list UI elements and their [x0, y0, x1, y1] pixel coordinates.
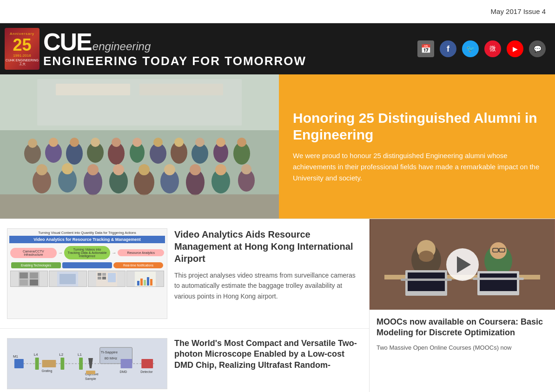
svg-point-12 [91, 138, 100, 147]
va-mid-enable: Enabling Technologies [11, 262, 61, 268]
va-bottom-grid [7, 269, 167, 288]
svg-point-36 [139, 164, 150, 175]
svg-rect-73 [79, 358, 83, 370]
svg-rect-75 [42, 360, 56, 367]
va-grid-img-2 [57, 272, 78, 286]
svg-rect-63 [147, 277, 149, 286]
svg-point-40 [190, 164, 201, 175]
svg-rect-58 [108, 273, 116, 282]
svg-rect-104 [473, 278, 524, 280]
svg-point-32 [87, 164, 99, 175]
svg-point-18 [153, 138, 163, 147]
anniversary-badge: Anniversary 25 1991-2016 CUHK ENGINEERIN… [5, 28, 40, 70]
svg-rect-71 [60, 358, 64, 370]
svg-rect-3 [56, 84, 130, 95]
anniversary-dates: 1991-2016 [13, 53, 31, 58]
facebook-icon[interactable]: f [440, 40, 456, 57]
svg-point-24 [216, 138, 225, 147]
svg-text:L4: L4 [34, 352, 38, 357]
article-text-2: The World's Most Compact and Versatile T… [174, 338, 362, 389]
va-grid-4 [126, 271, 164, 287]
article-title-2: The World's Most Compact and Versatile T… [174, 338, 362, 371]
cue-tagline: ENGINEERING TODAY FOR TOMORROW [43, 54, 306, 68]
article-card-1: Turning Visual Content into Quantity Dat… [0, 219, 369, 329]
va-mid-blank [62, 262, 112, 268]
article-card-2: M1 L4 L2 L1 Grating Ti-Sappire 80 MHz [0, 329, 369, 392]
wechat-icon[interactable]: 💬 [529, 40, 546, 57]
va-grid-1 [10, 271, 48, 287]
svg-text:L2: L2 [59, 352, 63, 357]
anniversary-years: 25 [13, 37, 31, 53]
svg-point-28 [36, 164, 47, 175]
svg-text:DMD: DMD [120, 370, 127, 373]
article-title-1: Video Analytics Aids Resource Management… [174, 228, 362, 265]
article-desc-1: This project analyses video streams from… [174, 270, 362, 301]
hero-text: Honoring 25 Distinguished Alumni in Engi… [279, 74, 555, 219]
svg-rect-67 [14, 359, 24, 368]
va-box-middle: Turning Videos into Tracking Data & Acti… [64, 246, 111, 259]
calendar-icon[interactable]: 📅 [417, 40, 434, 57]
svg-point-20 [174, 138, 184, 147]
hero-photo-svg [0, 74, 279, 219]
va-grid-img-3 [96, 272, 117, 286]
mooc-text: MOOCs now available on Coursera: Basic M… [370, 310, 555, 359]
svg-rect-80 [121, 359, 132, 368]
article-thumb-2: M1 L4 L2 L1 Grating Ti-Sappire 80 MHz [7, 338, 167, 389]
cue-text-block: CUE engineering ENGINEERING TODAY FOR TO… [43, 30, 306, 68]
svg-point-16 [132, 138, 142, 147]
article-thumb-1: Turning Visual Content into Quantity Dat… [7, 228, 167, 319]
svg-point-10 [70, 138, 79, 147]
hero-description: We were proud to honour 25 distinguished… [293, 150, 541, 184]
svg-rect-50 [30, 279, 38, 286]
svg-rect-54 [98, 273, 101, 276]
svg-rect-103 [480, 273, 517, 291]
video-thumbnail[interactable] [370, 219, 555, 310]
cue-italic: engineering [92, 40, 151, 53]
play-triangle-icon [457, 256, 471, 273]
svg-point-8 [49, 138, 58, 147]
svg-point-42 [215, 164, 226, 175]
svg-point-38 [164, 164, 175, 175]
top-bar: May 2017 Issue 4 [0, 0, 555, 23]
va-grid-3 [88, 271, 126, 287]
svg-rect-4 [139, 84, 223, 95]
anniversary-bottom: CUHK ENGINEERING 工大 [5, 59, 40, 66]
va-mid-realtime: Real-time Notifications [113, 262, 163, 268]
svg-rect-45 [0, 194, 279, 219]
svg-rect-52 [59, 274, 76, 284]
social-icons: 📅 f 🐦 微 ▶ 💬 [417, 40, 550, 57]
microscope-svg: M1 L4 L2 L1 Grating Ti-Sappire 80 MHz [7, 338, 167, 389]
youtube-icon[interactable]: ▶ [507, 40, 523, 57]
svg-point-44 [241, 164, 251, 174]
svg-rect-61 [140, 279, 143, 286]
va-grid-2 [49, 271, 86, 287]
svg-rect-48 [30, 272, 38, 279]
logo-bar: Anniversary 25 1991-2016 CUHK ENGINEERIN… [0, 23, 555, 74]
hero-photo-placeholder [0, 74, 279, 219]
svg-rect-62 [144, 280, 146, 286]
svg-text:Detector: Detector [140, 370, 153, 373]
article-text-1: Video Analytics Aids Resource Management… [174, 228, 362, 319]
va-top-text: Turning Visual Content into Quantity Dat… [7, 229, 167, 235]
twitter-icon[interactable]: 🐦 [462, 40, 479, 57]
svg-rect-47 [20, 272, 28, 279]
svg-rect-86 [86, 371, 95, 374]
svg-rect-95 [408, 272, 445, 291]
svg-rect-49 [20, 279, 28, 286]
microscope-diagram: M1 L4 L2 L1 Grating Ti-Sappire 80 MHz [7, 339, 167, 389]
va-grid-img-1 [19, 272, 40, 286]
hero-title: Honoring 25 Distinguished Alumni in Engi… [293, 110, 541, 143]
content-left: Turning Visual Content into Quantity Dat… [0, 219, 370, 392]
svg-text:Ti-Sappire: Ti-Sappire [101, 350, 118, 354]
svg-text:M1: M1 [13, 354, 19, 359]
weibo-icon[interactable]: 微 [484, 40, 501, 57]
content-row: Turning Visual Content into Quantity Dat… [0, 219, 555, 392]
svg-text:Sample: Sample [85, 377, 96, 381]
play-button[interactable] [446, 248, 479, 281]
va-box-resource: Resource Analytics [118, 249, 164, 256]
svg-text:80 MHz: 80 MHz [105, 356, 117, 360]
va-diagram: Turning Visual Content into Quantity Dat… [7, 229, 167, 319]
svg-rect-60 [137, 281, 139, 286]
issue-info: May 2017 Issue 4 [491, 7, 546, 15]
mooc-title: MOOCs now available on Coursera: Basic M… [377, 317, 548, 339]
